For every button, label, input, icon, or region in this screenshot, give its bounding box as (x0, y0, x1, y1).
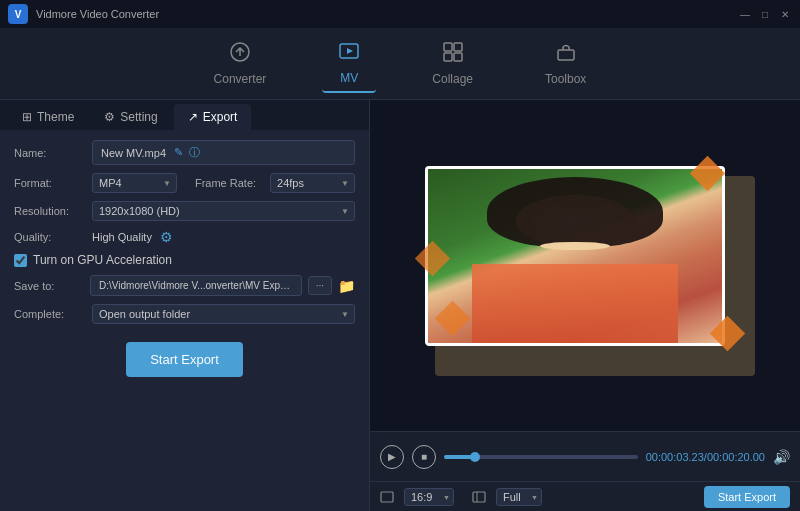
mv-label: MV (340, 71, 358, 85)
tab-export[interactable]: ↗ Export (174, 104, 252, 130)
resolution-row: Resolution: 1920x1080 (HD) (14, 201, 355, 221)
tab-theme[interactable]: ⊞ Theme (8, 104, 88, 130)
frame-rate-label: Frame Rate: (195, 177, 256, 189)
panel-tabs: ⊞ Theme ⚙ Setting ↗ Export (0, 100, 369, 130)
playback-controls: ▶ ■ 00:00:03.23/00:00:20.00 🔊 (370, 431, 800, 481)
app-title: Vidmore Video Converter (36, 8, 730, 20)
svg-rect-6 (558, 50, 574, 60)
converter-icon (229, 41, 251, 68)
quality-row: Quality: High Quality ⚙ (14, 229, 355, 245)
quality-select[interactable]: Full (496, 488, 542, 506)
quality-select-wrapper: Full (496, 488, 542, 506)
progress-bar[interactable] (444, 455, 638, 459)
format-label: Format: (14, 177, 84, 189)
format-select[interactable]: MP4 (92, 173, 177, 193)
name-field[interactable]: New MV.mp4 ✎ ⓘ (92, 140, 355, 165)
gpu-acceleration-checkbox[interactable] (14, 254, 27, 267)
complete-label: Complete: (14, 308, 84, 320)
aspect-select[interactable]: 16:9 (404, 488, 454, 506)
tab-setting[interactable]: ⚙ Setting (90, 104, 171, 130)
window-controls[interactable]: — □ ✕ (738, 7, 792, 21)
right-start-export-button[interactable]: Start Export (704, 486, 790, 508)
quality-label: Quality: (14, 231, 84, 243)
save-to-label: Save to: (14, 280, 84, 292)
top-nav: Converter MV Collage Toolb (0, 28, 800, 100)
collage-icon (442, 41, 464, 68)
browse-button[interactable]: ··· (308, 276, 332, 295)
export-form: Name: New MV.mp4 ✎ ⓘ Format: MP4 Frame R… (0, 130, 369, 511)
complete-select[interactable]: Open output folder (92, 304, 355, 324)
resolution-label: Resolution: (14, 205, 84, 217)
app-logo: V (8, 4, 28, 24)
toolbox-label: Toolbox (545, 72, 586, 86)
export-icon: ↗ (188, 110, 198, 124)
complete-row: Complete: Open output folder (14, 304, 355, 324)
left-panel: ⊞ Theme ⚙ Setting ↗ Export Name: New MV.… (0, 100, 370, 511)
gpu-acceleration-row: Turn on GPU Acceleration (14, 253, 355, 267)
right-panel: ▶ ■ 00:00:03.23/00:00:20.00 🔊 16:9 (370, 100, 800, 511)
nav-toolbox[interactable]: Toolbox (529, 35, 602, 92)
gpu-acceleration-label: Turn on GPU Acceleration (33, 253, 172, 267)
video-preview (370, 100, 800, 431)
edit-icon[interactable]: ✎ (174, 146, 183, 159)
name-label: Name: (14, 147, 84, 159)
minimize-button[interactable]: — (738, 7, 752, 21)
photo-frame (425, 166, 745, 366)
resolution-select[interactable]: 1920x1080 (HD) (92, 201, 355, 221)
start-export-button[interactable]: Start Export (126, 342, 243, 377)
svg-rect-8 (473, 492, 485, 502)
frame-rate-select[interactable]: 24fps (270, 173, 355, 193)
nav-collage[interactable]: Collage (416, 35, 489, 92)
play-button[interactable]: ▶ (380, 445, 404, 469)
title-bar: V Vidmore Video Converter — □ ✕ (0, 0, 800, 28)
aspect-icon (380, 490, 394, 504)
main-layout: ⊞ Theme ⚙ Setting ↗ Export Name: New MV.… (0, 100, 800, 511)
setting-icon: ⚙ (104, 110, 115, 124)
format-framerate-row: Format: MP4 Frame Rate: 24fps (14, 173, 355, 193)
nav-converter[interactable]: Converter (198, 35, 283, 92)
theme-icon: ⊞ (22, 110, 32, 124)
svg-rect-3 (454, 43, 462, 51)
svg-rect-5 (454, 53, 462, 61)
time-display: 00:00:03.23/00:00:20.00 (646, 451, 765, 463)
aspect-select-wrapper: 16:9 (404, 488, 454, 506)
quality-icon (472, 490, 486, 504)
svg-rect-7 (381, 492, 393, 502)
progress-fill (444, 455, 475, 459)
converter-label: Converter (214, 72, 267, 86)
progress-thumb (470, 452, 480, 462)
close-button[interactable]: ✕ (778, 7, 792, 21)
name-row: Name: New MV.mp4 ✎ ⓘ (14, 140, 355, 165)
info-icon[interactable]: ⓘ (189, 145, 200, 160)
toolbox-icon (555, 41, 577, 68)
stop-button[interactable]: ■ (412, 445, 436, 469)
quality-value: High Quality (92, 231, 152, 243)
maximize-button[interactable]: □ (758, 7, 772, 21)
save-to-row: Save to: D:\Vidmore\Vidmore V...onverter… (14, 275, 355, 296)
folder-icon[interactable]: 📁 (338, 278, 355, 294)
aspect-row: 16:9 Full Start Export (370, 481, 800, 511)
volume-icon[interactable]: 🔊 (773, 449, 790, 465)
quality-gear-icon[interactable]: ⚙ (160, 229, 173, 245)
mv-icon (338, 40, 360, 67)
svg-rect-2 (444, 43, 452, 51)
save-path: D:\Vidmore\Vidmore V...onverter\MV Expor… (90, 275, 302, 296)
collage-label: Collage (432, 72, 473, 86)
svg-rect-4 (444, 53, 452, 61)
nav-mv[interactable]: MV (322, 34, 376, 93)
